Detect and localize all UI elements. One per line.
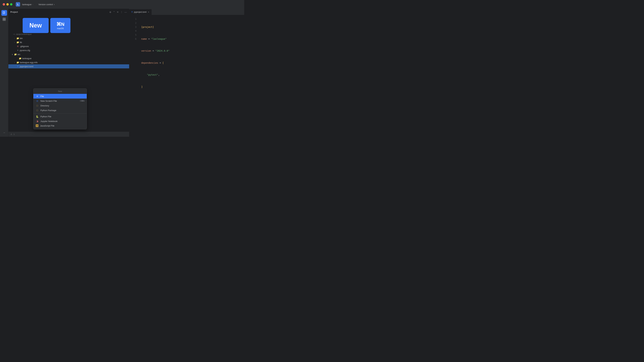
folder-icon: 📁 [16,41,19,43]
tree-path: ~/.../projects/laxleague [8,33,129,36]
line-numbers: 1 2 3 4 5 6 [129,17,139,135]
vc-chevron: › [54,3,54,6]
context-menu-item-jupyter[interactable]: ◑ Jupyter Notebook [33,119,87,123]
line-number: 2 [133,21,136,25]
project-badge: L [16,2,20,6]
svg-rect-3 [3,19,4,21]
version-control-menu[interactable]: Version control › [38,3,54,6]
context-menu-item-directory[interactable]: □ Directory [33,103,87,108]
code-editor[interactable]: 1 2 3 4 5 6 [project] name = "laxleague"… [129,15,244,137]
context-menu-item-label: Python Package [40,109,56,112]
gitignore-icon: ⊘ [16,45,19,48]
tree-item-src[interactable]: ∨ 📁 src [8,52,129,56]
titlebar: L laxleague › Version control › [0,0,244,9]
activity-bar: ··· [0,9,8,137]
line-number: 6 [133,37,136,41]
tab-pyproject[interactable]: T pyproject.toml ✕ [129,9,152,15]
sidebar: Project ⊕ ⌃ ✕ ⋮ — New ⌘N macOS ~/.../pro… [8,9,129,137]
code-line-3: version = "2024.0.0" [141,49,242,53]
line-number: 4 [133,29,136,33]
activity-structure-icon[interactable] [1,16,7,22]
line-number: 5 [133,33,136,37]
code-line-6: ] [141,85,242,89]
close-button[interactable] [3,3,5,5]
main-layout: ··· Project ⊕ ⌃ ✕ ⋮ — New ⌘N macOS [0,9,244,137]
context-menu-item-python-package[interactable]: □ Python Package [33,108,87,113]
line-number: 1 [133,17,136,21]
js-menu-icon: JS [36,124,38,127]
context-menu-item-file[interactable]: ≡ File [33,94,87,98]
context-menu-item-label: File [40,95,44,97]
context-menu-item-label: Jupyter Notebook [40,120,58,122]
titlebar-project[interactable]: laxleague › [22,3,33,6]
project-name: laxleague [22,3,32,6]
context-menu-item-label: Python File [40,115,51,118]
collapse-expand-icon[interactable]: ⌃ [113,10,116,14]
tab-name: pyproject.toml [134,11,146,13]
file-icon: ≡ [16,49,19,52]
file-menu-icon: ≡ [36,95,39,98]
svg-rect-2 [4,18,6,19]
new-button[interactable]: New [23,18,49,33]
tree-item-bin[interactable]: › 📁 bin [8,36,129,40]
activity-files-icon[interactable] [1,10,7,16]
tree-item-lib[interactable]: › 📁 lib [8,40,129,44]
folder-icon: 📁 [16,37,19,39]
version-control-label: Version control [38,3,53,6]
minimize-sidebar-icon[interactable]: — [124,10,127,14]
svg-rect-1 [3,18,4,19]
tree-item-laxleague[interactable]: › 📁 laxleague [8,56,129,60]
tree-item-name: bin [20,37,23,39]
context-menu-item-label: New Scratch File [40,100,57,102]
minimize-button[interactable] [6,3,9,5]
editor-tabs: T pyproject.toml ✕ [129,9,244,15]
context-menu-item-scratch[interactable]: ◎ New Scratch File ⇧⌘N [33,98,87,103]
code-line-1: [project] [141,25,242,29]
new-shortcut-button[interactable]: ⌘N macOS [50,18,70,33]
folder-icon: 📁 [14,53,17,56]
tree-item-name: .gitignore [20,45,29,48]
sidebar-actions: ⊕ ⌃ ✕ ⋮ — [109,10,127,14]
code-content: [project] name = "laxleague" version = "… [139,17,244,135]
traffic-lights [3,3,12,5]
context-menu: New ≡ File ◎ New Scratch File ⇧⌘N □ Dire… [33,88,87,129]
python-package-menu-icon: □ [36,109,39,112]
editor-area: T pyproject.toml ✕ 1 2 3 4 5 6 [project]… [129,9,244,137]
folder-icon: 📁 [16,61,19,64]
activity-more-icon[interactable]: ··· [1,130,7,135]
new-label: New [29,22,42,29]
tab-file-icon: T [132,11,133,13]
tree-item-pyvenv[interactable]: › ≡ pyvenv.cfg [8,48,129,52]
maximize-button[interactable] [10,3,12,5]
tree-item-gitignore[interactable]: › ⊘ .gitignore [8,44,129,48]
toml-icon: T [16,65,19,68]
context-menu-item-label: JavaScript File [40,124,54,127]
context-menu-shortcut: ⇧⌘N [80,100,84,102]
jupyter-menu-icon: ◑ [36,120,39,123]
context-menu-item-label: Directory [40,104,49,107]
context-menu-item-python-file[interactable]: 🐍 Python File [33,114,87,119]
tree-item-name: laxleague [22,57,32,60]
directory-menu-icon: □ [36,104,39,107]
scratch-menu-icon: ◎ [36,99,39,102]
warning-count: 1 [14,133,14,135]
tree-item-pyproject[interactable]: › T pyproject.toml [8,64,129,68]
sidebar-header: Project ⊕ ⌃ ✕ ⋮ — [8,9,129,15]
context-menu-item-js[interactable]: JS JavaScript File [33,123,87,128]
tree-item-name: src [18,53,20,56]
new-tooltip: New ⌘N macOS [23,18,70,33]
cmd-n-label: ⌘N [56,21,64,27]
code-line-5: "pytest", [141,73,242,77]
tree-item-name: pyproject.toml [20,65,33,68]
add-icon[interactable]: ⊕ [109,10,112,14]
tab-close-icon[interactable]: ✕ [148,11,149,13]
close-sidebar-icon[interactable]: ✕ [116,10,119,14]
folder-icon: 📁 [19,57,22,60]
python-file-menu-icon: 🐍 [36,115,39,118]
status-bar: ⚠ 1 [8,132,129,137]
macos-label: macOS [57,27,64,30]
tree-item-name: pyvenv.cfg [20,49,30,52]
more-options-icon[interactable]: ⋮ [120,10,123,14]
tree-item-name: lib [20,41,22,43]
tree-item-egg-info[interactable]: › 📁 laxleague.egg-info [8,60,129,64]
